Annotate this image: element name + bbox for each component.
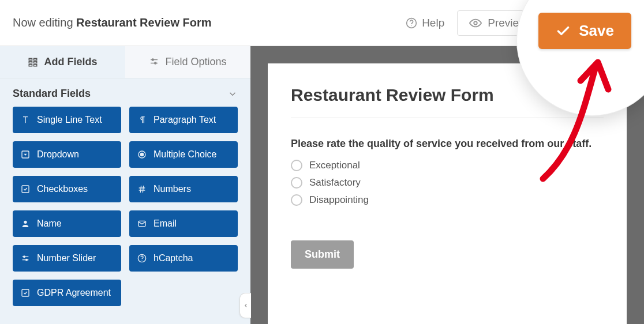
sliders-icon [149,57,159,67]
svg-point-2 [474,21,477,25]
radio-label: Exceptional [309,160,360,171]
radio-group: Exceptional Satisfactory Disappointing [291,160,604,206]
radio-label: Disappointing [309,194,369,206]
field-label: Paragraph Text [153,115,216,125]
form-name: Restaurant Review Form [76,16,212,29]
field-single-line-text[interactable]: Single Line Text [13,107,121,133]
section-standard-fields[interactable]: Standard Fields [0,78,250,107]
svg-point-25 [24,256,25,258]
tab-field-options-label: Field Options [165,56,226,68]
field-gdpr-agreement[interactable]: GDPR Agreement [13,280,121,306]
checkbox-icon [21,184,30,194]
svg-marker-14 [24,154,27,156]
svg-rect-17 [22,186,29,193]
fields-grid: Single Line Text Paragraph Text Dropdown… [0,107,250,318]
svg-point-12 [155,62,156,64]
svg-point-29 [141,260,142,261]
help-label: Help [422,17,444,29]
svg-point-16 [140,153,143,156]
submit-button[interactable]: Submit [291,240,354,269]
caret-icon [21,150,30,159]
section-title: Standard Fields [13,88,91,100]
hash-icon [137,184,147,194]
paragraph-icon [137,115,147,125]
svg-rect-4 [34,58,37,60]
radio-option[interactable]: Disappointing [291,194,604,206]
user-icon [21,219,30,228]
check-icon [556,24,571,39]
field-label: hCaptcha [153,253,193,263]
field-hcaptcha[interactable]: hCaptcha [129,245,238,272]
field-dropdown[interactable]: Dropdown [13,141,121,168]
radio-option[interactable]: Exceptional [291,160,604,171]
radio-dot-icon [291,160,302,171]
collapse-sidebar-handle[interactable] [239,293,251,318]
eye-icon [469,17,482,29]
tab-add-fields-label: Add Fields [44,56,97,68]
field-number-slider[interactable]: Number Slider [13,245,121,272]
svg-point-10 [152,59,154,61]
field-multiple-choice[interactable]: Multiple Choice [129,141,238,168]
field-label: Single Line Text [37,115,102,125]
help-icon [137,254,147,263]
field-label: Checkboxes [37,184,88,194]
radio-dot-icon [291,177,302,189]
radio-label: Satisfactory [309,177,361,189]
mail-icon [137,219,147,228]
field-label: Multiple Choice [153,149,216,160]
sliders-icon [21,254,30,263]
radio-icon [137,150,147,159]
svg-rect-30 [22,289,29,296]
text-icon [21,115,30,125]
svg-rect-5 [29,61,32,63]
field-numbers[interactable]: Numbers [129,176,238,202]
editing-label: Now editing Restaurant Review Form [13,16,212,29]
question-label: Please rate the quality of service you r… [291,137,604,150]
field-label: GDPR Agreement [37,288,111,298]
chevron-down-icon [227,89,238,99]
sidebar-tabs: Add Fields Field Options [0,46,250,78]
svg-line-21 [143,186,143,193]
save-label: Save [579,22,614,40]
tab-add-fields[interactable]: Add Fields [0,46,125,78]
svg-rect-3 [29,58,32,60]
svg-rect-6 [34,61,37,63]
field-checkboxes[interactable]: Checkboxes [13,176,121,202]
checkbox-icon [21,288,30,297]
field-name[interactable]: Name [13,210,121,237]
save-button[interactable]: Save [538,13,631,49]
field-label: Numbers [153,184,191,194]
help-icon [406,17,417,29]
field-paragraph-text[interactable]: Paragraph Text [129,107,238,133]
radio-option[interactable]: Satisfactory [291,177,604,189]
svg-point-1 [411,25,411,25]
svg-rect-8 [34,64,37,66]
svg-rect-7 [29,64,32,66]
submit-label: Submit [305,248,340,260]
grid-icon [28,57,38,67]
svg-line-20 [140,186,141,193]
field-label: Name [37,218,62,229]
sidebar: Add Fields Field Options Standard Fields… [0,46,250,324]
svg-point-27 [26,259,28,261]
help-link[interactable]: Help [406,17,444,29]
editing-prefix: Now editing [13,16,73,29]
field-label: Email [153,218,177,229]
field-email[interactable]: Email [129,210,238,237]
field-label: Number Slider [37,253,96,263]
radio-dot-icon [291,194,302,206]
tab-field-options[interactable]: Field Options [125,46,250,78]
svg-point-22 [24,221,27,224]
field-label: Dropdown [37,149,79,160]
